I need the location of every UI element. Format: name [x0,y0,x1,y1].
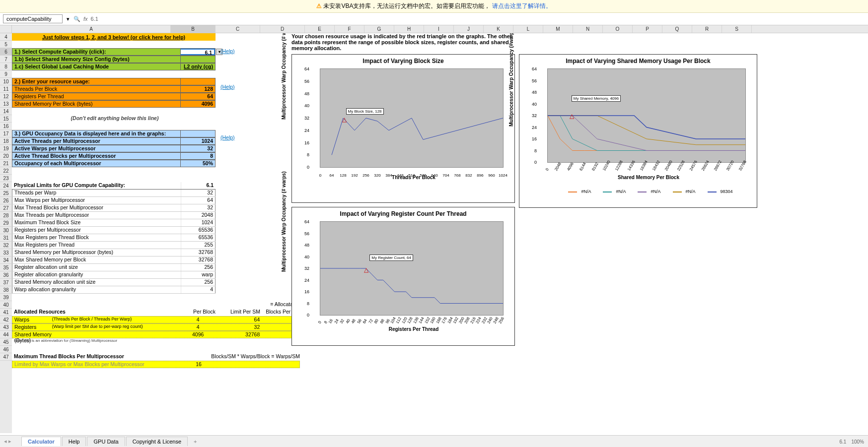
notification-text: 未安装VBA支持库，无法运行文档中的宏。如需要启用宏功能， [323,2,490,9]
shared-mem-per-block[interactable]: Shared Memory Per Block (bytes)4096 [12,100,216,108]
search-icon[interactable]: 🔍 [73,16,80,22]
spreadsheet-grid[interactable]: Just follow steps 1, 2, and 3 below! (or… [12,33,856,390]
column-headers: ABCDEFGHIJKLMNOPQRS [0,25,868,33]
active-blocks: Active Thread Blocks per Multiprocessor8 [12,152,216,160]
occupancy-pct: Occupancy of each Multiprocessor50% [12,160,216,167]
formula-value[interactable]: 6.1 [91,16,98,22]
formula-bar: ▾ 🔍 fx 6.1 [0,13,868,25]
phys-limit-row: Maximum Thread Block Size1024 [12,219,216,227]
chart-block-size: Impact of Varying Block Size Multiproces… [291,54,515,203]
step3-header: 3.) GPU Occupancy Data is displayed here… [12,130,216,137]
help-link-1[interactable]: (Help) [220,48,300,54]
phys-limit-row: Warp allocation granularity4 [12,286,216,294]
help-link-2[interactable]: (Help) [220,84,300,90]
phys-limit-row: Max Shared Memory per Block32768 [12,256,216,264]
phys-limit-row: Register allocation granularitywarp [12,271,216,279]
sm-footnote: Note: SM is an abbreviation for (Streami… [12,338,300,346]
phys-limit-row: Max Thread Blocks per Multiprocessor32 [12,204,216,212]
name-box[interactable] [3,14,63,23]
chart-register-count: Impact of Varying Register Count Per Thr… [291,207,515,346]
row-headers: 4567891011121314151617181920212223242526… [0,33,12,433]
phys-limit-row: Max Registers per Thread255 [12,242,216,249]
alloc-row: Warps(Threads Per Block / Threads Per Wa… [12,316,300,323]
phys-limit-row: Max Threads per Multiprocessor2048 [12,212,216,219]
help-link-3[interactable]: (Help) [220,134,300,140]
physical-limits-header: Physical Limits for GPU Compute Capabili… [12,182,216,190]
namebox-dropdown-icon[interactable]: ▾ [67,16,70,22]
compute-capability-value[interactable]: 6.1 [180,49,215,55]
chart-description: Your chosen resource usage is indicated … [291,33,520,51]
step1-shared-mem[interactable]: 1.b) Select Shared Memory Size Config (b… [12,56,216,63]
threads-per-block[interactable]: Threads Per Block128 [12,85,216,93]
phys-limit-row: Max Registers per Thread Block65536 [12,234,216,242]
step2-header: 2.) Enter your resource usage: [12,78,216,85]
phys-limit-row: Shared Memory allocation unit size256 [12,279,216,286]
allocatable-label: = Allocatable [12,301,300,309]
do-not-edit-note: (Don't edit anything below this line) [12,115,216,123]
alloc-header: Allocated Resources Per Block Limit Per … [12,309,300,316]
active-warps: Active Warps per Multiprocessor32 [12,145,216,152]
phys-limit-row: Max Warps per Multiprocessor64 [12,197,216,204]
chart-shared-memory: Impact of Varying Shared Memory Usage Pe… [519,54,757,208]
phys-limit-row: Register allocation unit size256 [12,264,216,271]
limited-by-row: Limited by Max Warps or Max Blocks per M… [12,361,300,368]
alloc-row: Registers(Warp limit per SM due to per-w… [12,323,300,331]
max-blocks-header: Maximum Thread Blocks Per Multiprocessor… [12,353,300,361]
fx-icon[interactable]: fx [83,16,88,22]
step1-capability[interactable]: 1.) Select Compute Capability (click): 6… [12,48,216,56]
marker-triangle-icon: △ [364,266,368,273]
instructions-banner[interactable]: Just follow steps 1, 2, and 3 below! (or… [12,33,216,41]
phys-limit-row: Shared Memory per Multiprocessor (bytes)… [12,249,216,256]
notification-link[interactable]: 请点击这里了解详情。 [492,2,552,9]
warning-icon: ⚠ [316,2,322,9]
active-threads: Active Threads per Multiprocessor1024 [12,137,216,145]
vba-notification-bar: ⚠ 未安装VBA支持库，无法运行文档中的宏。如需要启用宏功能， 请点击这里了解详… [0,0,868,13]
alloc-row: Shared Memory (Bytes)4096327688 [12,331,300,338]
registers-per-thread[interactable]: Registers Per Thread64 [12,93,216,100]
marker-triangle-icon: △ [342,116,347,123]
phys-limit-row: Threads per Warp32 [12,190,216,197]
phys-limit-row: Registers per Multiprocessor65536 [12,227,216,234]
step1-cache-mode[interactable]: 1.c) Select Global Load Caching Mode L2 … [12,63,216,70]
marker-triangle-icon: △ [570,113,574,120]
